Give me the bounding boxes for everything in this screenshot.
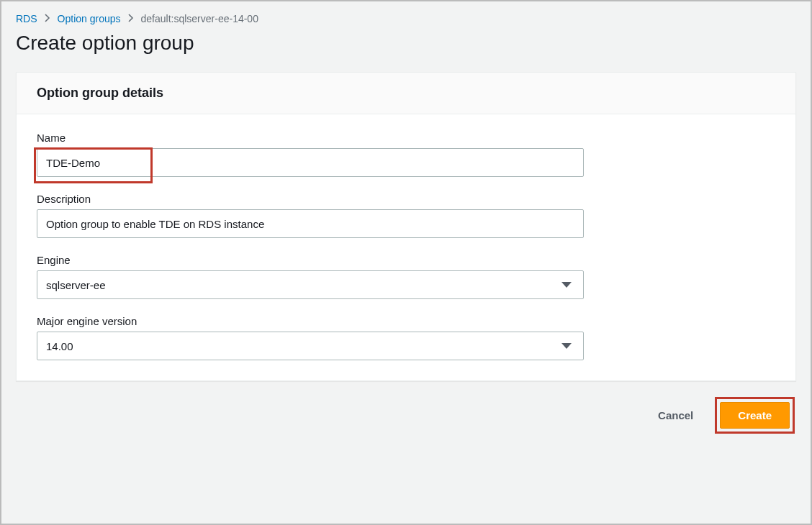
name-label: Name bbox=[37, 132, 775, 144]
breadcrumb-current: default:sqlserver-ee-14-00 bbox=[141, 13, 258, 24]
major-engine-version-value: 14.00 bbox=[46, 340, 561, 352]
caret-down-icon bbox=[561, 282, 572, 288]
breadcrumb-link-rds[interactable]: RDS bbox=[16, 13, 37, 24]
panel-header: Option group details bbox=[17, 73, 795, 114]
chevron-right-icon bbox=[128, 13, 134, 24]
description-label: Description bbox=[37, 193, 775, 205]
panel-title: Option group details bbox=[37, 86, 775, 101]
option-group-details-panel: Option group details Name Description En… bbox=[16, 72, 796, 381]
caret-down-icon bbox=[561, 343, 572, 349]
major-engine-version-select[interactable]: 14.00 bbox=[37, 332, 584, 360]
chevron-right-icon bbox=[45, 13, 50, 24]
breadcrumb-link-option-groups[interactable]: Option groups bbox=[58, 13, 121, 24]
engine-label: Engine bbox=[37, 254, 775, 266]
breadcrumb: RDS Option groups default:sqlserver-ee-1… bbox=[16, 13, 796, 24]
engine-select[interactable]: sqlserver-ee bbox=[37, 270, 584, 299]
major-engine-version-label: Major engine version bbox=[37, 315, 775, 327]
highlight-create-button: Create bbox=[715, 397, 795, 434]
engine-select-value: sqlserver-ee bbox=[46, 279, 561, 291]
footer-actions: Cancel Create bbox=[16, 397, 796, 434]
create-button[interactable]: Create bbox=[720, 402, 790, 429]
page-title: Create option group bbox=[16, 32, 796, 55]
description-input[interactable] bbox=[37, 209, 584, 238]
name-input[interactable] bbox=[37, 148, 584, 177]
cancel-button[interactable]: Cancel bbox=[654, 403, 698, 427]
